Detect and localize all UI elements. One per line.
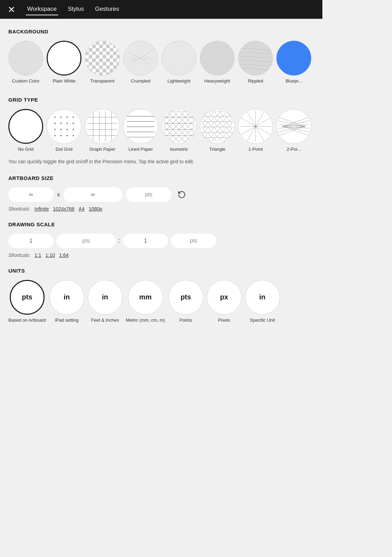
svg-point-25 [54, 129, 55, 130]
artboard-height-input[interactable] [63, 187, 123, 202]
unit-label-pixels: Pixels [218, 317, 230, 323]
artboard-shortcuts-row: Shortcuts: Infinite 1024x768 A4 1080p [8, 206, 314, 212]
content-area: BACKGROUND Custom ColorPlain WhiteTransp… [0, 19, 322, 346]
svg-line-149 [229, 121, 233, 127]
svg-line-140 [211, 121, 214, 127]
bg-option-lightweight[interactable]: Lightweight [162, 41, 196, 84]
svg-line-94 [214, 111, 217, 116]
grid-option-no-grid[interactable]: No Grid [8, 109, 43, 152]
svg-point-30 [60, 135, 62, 136]
grid-option-triangle[interactable]: Triangle [200, 109, 235, 152]
svg-line-190 [214, 132, 217, 138]
svg-line-2 [128, 52, 141, 58]
svg-line-208 [202, 138, 205, 142]
artboard-width-input[interactable] [8, 187, 54, 202]
scale-shortcuts-label: Shortcuts: [8, 252, 30, 258]
grid-option-lined-paper[interactable]: Lined Paper [123, 109, 158, 152]
svg-line-209 [205, 138, 208, 142]
svg-line-221 [229, 138, 233, 142]
svg-point-19 [66, 116, 68, 118]
scale-left-value[interactable] [8, 234, 54, 248]
grid-option-dot-grid[interactable]: Dot Grid [47, 109, 81, 152]
shortcut-1-1[interactable]: 1:1 [34, 252, 41, 258]
svg-point-18 [60, 116, 62, 118]
svg-point-20 [72, 116, 74, 118]
svg-line-137 [205, 121, 208, 127]
unit-option-ipad-setting[interactable]: iniPad setting [49, 280, 84, 323]
svg-line-166 [214, 127, 217, 132]
unit-option-pixels[interactable]: pxPixels [207, 280, 242, 323]
bg-option-crumpled[interactable]: Crumpled [123, 41, 158, 84]
grid-option-graph-paper[interactable]: Graph Paper [85, 109, 120, 152]
tab-stylus[interactable]: Stylus [66, 3, 85, 15]
unit-option-specific-unit[interactable]: inSpecific Unit [245, 280, 280, 323]
background-title: BACKGROUND [8, 29, 314, 34]
svg-line-142 [214, 121, 217, 127]
svg-point-28 [72, 129, 74, 130]
svg-line-92 [211, 111, 214, 116]
artboard-unit-input[interactable] [126, 187, 171, 202]
unit-label-points: Points [180, 317, 192, 323]
drawing-scale-section: DRAWING SCALE : Shortcuts: 1:1 1:10 1:64 [8, 221, 314, 258]
bg-option-transparent[interactable]: Transparent [85, 41, 120, 84]
bg-option-rippled[interactable]: Rippled [238, 41, 273, 84]
svg-line-97 [220, 111, 224, 116]
shortcut-1-10[interactable]: 1:10 [46, 252, 55, 258]
svg-line-71 [191, 111, 194, 142]
svg-line-169 [220, 127, 224, 132]
bg-option-blueprint[interactable]: Bluepr... [276, 41, 311, 84]
svg-line-148 [226, 121, 229, 127]
bg-option-heavyweight[interactable]: Heavyweight [200, 41, 235, 84]
artboard-shortcuts-label: Shortcuts: [8, 206, 30, 212]
svg-line-113 [205, 116, 208, 121]
tab-workspace[interactable]: Workspace [26, 3, 58, 15]
bg-option-label-crumpled: Crumpled [131, 78, 150, 84]
scale-right-unit[interactable] [171, 234, 216, 248]
shortcut-1024x768[interactable]: 1024x768 [53, 206, 75, 212]
svg-line-236 [247, 112, 256, 126]
svg-line-146 [224, 121, 227, 127]
unit-symbol-points: pts [181, 293, 191, 301]
svg-line-215 [217, 138, 220, 142]
svg-line-191 [217, 132, 220, 138]
shortcut-1-64[interactable]: 1:64 [59, 252, 69, 258]
unit-option-metric[interactable]: mmMetric (mm, cm, m) [126, 280, 165, 323]
svg-line-233 [241, 126, 256, 135]
svg-point-17 [54, 116, 55, 118]
unit-option-feet-inches[interactable]: inFeet & Inches [88, 280, 123, 323]
scale-separator: : [118, 237, 120, 244]
tab-gestures[interactable]: Gestures [94, 3, 120, 15]
bg-option-custom-color[interactable]: Custom Color [8, 41, 43, 84]
unit-symbol-specific-unit: in [259, 293, 266, 301]
svg-point-32 [72, 135, 74, 136]
scale-right-value[interactable] [123, 234, 168, 248]
unit-option-based-on-artboard[interactable]: ptsBased on Artboard [8, 280, 46, 323]
svg-point-24 [72, 123, 74, 124]
svg-line-160 [202, 127, 205, 132]
svg-line-91 [208, 111, 211, 116]
svg-line-196 [226, 132, 229, 138]
svg-line-164 [211, 127, 214, 132]
unit-label-ipad-setting: iPad setting [55, 317, 79, 323]
svg-line-145 [220, 121, 224, 127]
bg-option-label-plain-white: Plain White [53, 78, 76, 84]
grid-hint: You can quickly toggle the grid on/off i… [8, 158, 314, 165]
unit-option-points[interactable]: ptsPoints [168, 280, 203, 323]
artboard-x-separator: x [57, 191, 60, 198]
grid-option-isometric[interactable]: Isometric [162, 109, 196, 152]
grid-option-1-point[interactable]: 1-Point [238, 109, 273, 152]
unit-label-feet-inches: Feet & Inches [91, 317, 119, 323]
svg-line-218 [224, 138, 227, 142]
scale-left-unit[interactable] [56, 234, 116, 248]
grid-option-2-point[interactable]: 2-Poi... [276, 109, 311, 152]
bg-option-plain-white[interactable]: Plain White [47, 41, 81, 84]
shortcut-1080p[interactable]: 1080p [89, 206, 102, 212]
rotate-button[interactable] [175, 188, 189, 202]
shortcut-infinite[interactable]: Infinite [34, 206, 49, 212]
svg-line-4 [132, 58, 141, 61]
svg-point-31 [66, 135, 68, 136]
grid-option-label-1-point: 1-Point [248, 147, 262, 152]
grid-type-options: No GridDot GridGraph PaperLined PaperIso… [8, 109, 314, 155]
close-button[interactable] [6, 3, 17, 15]
shortcut-a4[interactable]: A4 [79, 206, 85, 212]
